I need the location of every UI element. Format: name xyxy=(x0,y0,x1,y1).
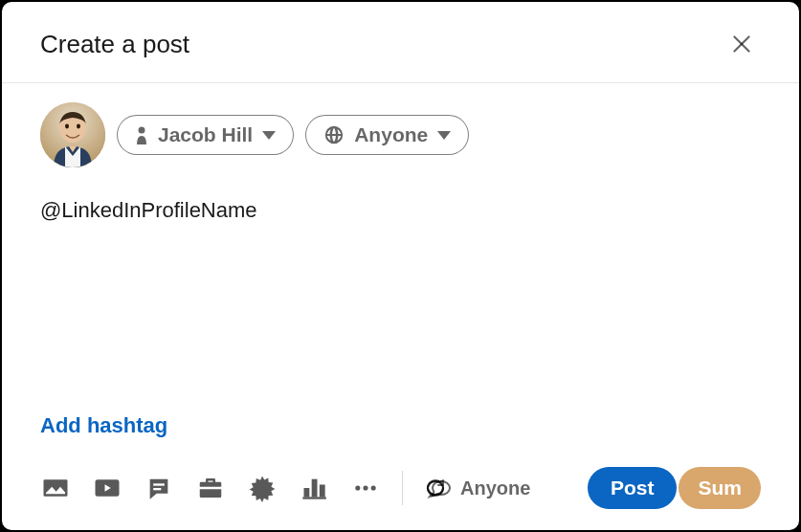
more-options-button[interactable] xyxy=(350,473,381,503)
svg-point-14 xyxy=(355,485,360,490)
svg-rect-13 xyxy=(302,497,326,499)
svg-point-6 xyxy=(139,127,145,134)
add-job-button[interactable] xyxy=(195,473,226,503)
create-post-modal: Create a post xyxy=(2,2,799,530)
author-name: Jacob Hill xyxy=(158,123,253,146)
author-row: Jacob Hill Anyone xyxy=(40,102,761,167)
photo-icon xyxy=(41,474,70,502)
video-icon xyxy=(93,474,122,502)
celebrate-button[interactable] xyxy=(247,473,278,503)
globe-icon xyxy=(323,124,345,145)
svg-rect-8 xyxy=(153,483,165,485)
author-selector[interactable]: Jacob Hill xyxy=(117,115,294,155)
toolbar xyxy=(40,473,381,503)
svg-point-5 xyxy=(77,124,80,129)
briefcase-icon xyxy=(196,474,225,502)
post-textarea[interactable]: @LinkedInProfileName xyxy=(40,196,761,413)
add-document-button[interactable] xyxy=(144,473,174,503)
speech-bubble-icon xyxy=(430,477,453,499)
poll-icon xyxy=(300,475,327,501)
divider xyxy=(402,471,403,505)
chevron-down-icon xyxy=(437,131,451,140)
modal-header: Create a post xyxy=(2,2,799,83)
starburst-icon xyxy=(248,474,277,502)
comment-scope-label: Anyone xyxy=(460,477,530,499)
svg-rect-10 xyxy=(304,488,310,497)
svg-point-4 xyxy=(65,124,69,129)
avatar[interactable] xyxy=(40,102,105,167)
svg-rect-12 xyxy=(320,485,325,498)
post-button[interactable]: Post xyxy=(588,467,678,509)
visibility-label: Anyone xyxy=(354,123,428,146)
add-photo-button[interactable] xyxy=(40,473,71,503)
modal-footer: Anyone Post Sum xyxy=(2,455,799,530)
add-hashtag-link[interactable]: Add hashtag xyxy=(40,413,761,438)
modal-title: Create a post xyxy=(40,30,189,59)
chevron-down-icon xyxy=(262,131,276,140)
svg-rect-9 xyxy=(153,488,161,490)
svg-rect-11 xyxy=(312,479,318,498)
sum-button[interactable]: Sum xyxy=(679,467,761,509)
comment-scope-button[interactable]: Anyone xyxy=(424,477,530,499)
close-button[interactable] xyxy=(723,25,761,63)
close-icon xyxy=(729,32,754,56)
modal-body: Jacob Hill Anyone @LinkedInProfileName A… xyxy=(2,83,799,455)
create-poll-button[interactable] xyxy=(299,473,329,503)
svg-point-16 xyxy=(371,485,376,490)
document-icon xyxy=(145,475,172,501)
more-icon xyxy=(352,475,379,501)
person-icon xyxy=(135,125,148,144)
svg-point-15 xyxy=(363,485,367,490)
visibility-selector[interactable]: Anyone xyxy=(305,115,469,155)
add-video-button[interactable] xyxy=(92,473,122,503)
